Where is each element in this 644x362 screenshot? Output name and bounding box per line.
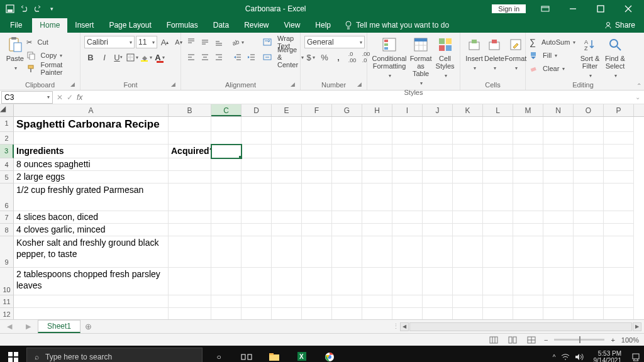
cell-P6[interactable] [604,184,634,211]
cell-I1[interactable] [392,117,423,132]
cell-J3[interactable] [423,145,453,158]
cell-F11[interactable] [302,295,332,308]
cell-G10[interactable] [332,268,362,295]
grow-font-icon[interactable]: A▴ [158,36,171,48]
cell-I6[interactable] [392,184,423,211]
cell-L6[interactable] [483,184,513,211]
col-header-N[interactable]: N [543,104,574,116]
cell-G7[interactable] [332,211,362,224]
cell-N2[interactable] [543,132,574,145]
share-button[interactable]: Share [596,18,644,33]
zoom-level[interactable]: 100% [621,336,639,344]
cell-M10[interactable] [513,268,543,295]
ribbon-display-icon[interactable] [532,0,558,18]
row-header-4[interactable]: 4 [0,158,14,171]
formula-input[interactable] [86,91,631,104]
cell-F12[interactable] [302,308,332,319]
cell-B8[interactable] [169,224,211,236]
comma-button[interactable]: , [332,51,345,63]
cell-N4[interactable] [543,158,574,171]
cell-M3[interactable] [513,145,543,158]
alignment-dialog-icon[interactable]: ◢ [289,81,296,89]
tab-file[interactable]: File [0,18,32,33]
page-layout-view-icon[interactable] [506,335,519,345]
cell-K10[interactable] [453,268,483,295]
cell-I10[interactable] [392,268,423,295]
cell-A8[interactable]: 4 cloves garlic, minced [14,224,169,236]
cell-A6[interactable]: 1/2 cup freshly grated Parmesan [14,184,169,211]
new-sheet-button[interactable]: ⊕ [80,322,96,331]
paste-button[interactable]: Paste [4,35,26,73]
cell-H3[interactable] [362,145,392,158]
align-right-icon[interactable] [213,51,225,63]
cell-H2[interactable] [362,132,392,145]
cell-A4[interactable]: 8 ounces spaghetti [14,158,169,171]
cell-B5[interactable] [169,171,211,184]
col-header-J[interactable]: J [423,104,453,116]
cell-I7[interactable] [392,211,423,224]
cell-C7[interactable] [211,211,242,224]
horizontal-scrollbar[interactable]: ⋮ ◀▶ [392,322,644,331]
chrome-icon[interactable] [317,346,342,362]
name-box[interactable]: C3▾ [1,91,53,104]
cell-I5[interactable] [392,171,423,184]
cell-L3[interactable] [483,145,513,158]
cell-J2[interactable] [423,132,453,145]
row-header-9[interactable]: 9 [0,236,14,268]
cell-K5[interactable] [453,171,483,184]
cell-J1[interactable] [423,117,453,132]
cell-E8[interactable] [272,224,302,236]
cell-H12[interactable] [362,308,392,319]
tab-review[interactable]: Review [236,18,276,33]
row-header-1[interactable]: 1 [0,117,14,132]
cell-O9[interactable] [574,236,604,268]
cell-O3[interactable] [574,145,604,158]
cell-J8[interactable] [423,224,453,236]
zoom-in-icon[interactable]: + [611,336,614,344]
tab-view[interactable]: View [277,18,308,33]
file-explorer-icon[interactable] [262,346,287,362]
col-header-H[interactable]: H [362,104,392,116]
cell-O7[interactable] [574,211,604,224]
notifications-icon[interactable] [631,353,640,361]
delete-cells-button[interactable]: Delete [484,35,504,73]
clipboard-dialog-icon[interactable]: ◢ [69,81,76,89]
cell-M9[interactable] [513,236,543,268]
cell-K12[interactable] [453,308,483,319]
cell-O4[interactable] [574,158,604,171]
cell-H1[interactable] [362,117,392,132]
row-header-3[interactable]: 3 [0,145,14,158]
cell-D8[interactable] [242,224,272,236]
cell-F9[interactable] [302,236,332,268]
cell-B11[interactable] [169,295,211,308]
cell-K8[interactable] [453,224,483,236]
cell-B4[interactable] [169,158,211,171]
cell-C5[interactable] [211,171,242,184]
cell-B1[interactable] [169,117,211,132]
cell-G12[interactable] [332,308,362,319]
cell-C8[interactable] [211,224,242,236]
fill-button[interactable]: Fill [530,49,577,62]
cell-B10[interactable] [169,268,211,295]
cell-I12[interactable] [392,308,423,319]
tab-help[interactable]: Help [308,18,338,33]
format-as-table-button[interactable]: Format as Table [408,35,434,88]
cell-C3[interactable] [211,145,242,158]
col-header-I[interactable]: I [392,104,423,116]
cell-M2[interactable] [513,132,543,145]
cell-B7[interactable] [169,211,211,224]
tab-insert[interactable]: Insert [67,18,101,33]
cell-E11[interactable] [272,295,302,308]
cell-E12[interactable] [272,308,302,319]
cell-K7[interactable] [453,211,483,224]
col-header-D[interactable]: D [242,104,272,116]
cell-O12[interactable] [574,308,604,319]
start-button[interactable] [0,346,26,362]
col-header-L[interactable]: L [483,104,513,116]
cell-L11[interactable] [483,295,513,308]
cell-M7[interactable] [513,211,543,224]
cell-N3[interactable] [543,145,574,158]
col-header-F[interactable]: F [302,104,332,116]
increase-decimal-icon[interactable]: .0.00 [346,51,358,63]
col-header-G[interactable]: G [332,104,362,116]
